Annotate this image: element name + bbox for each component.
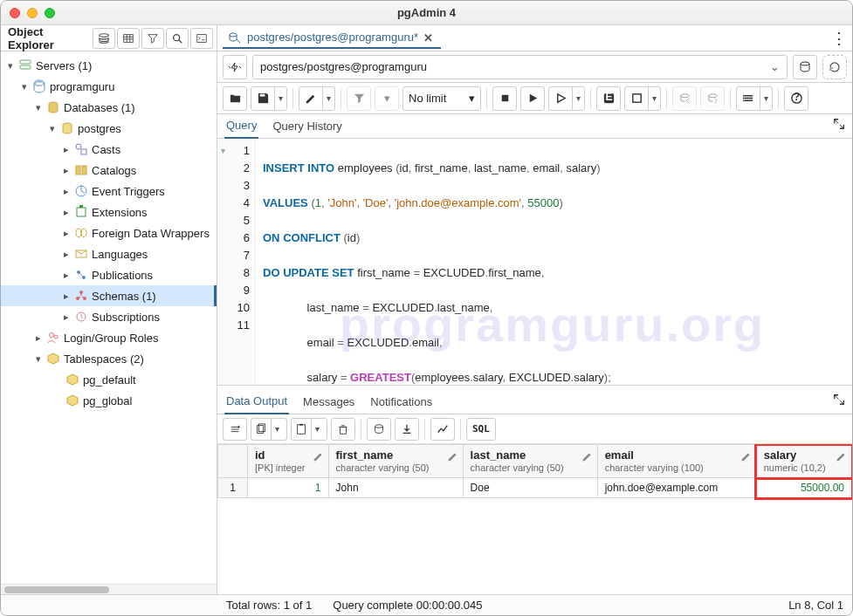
chevron-down-icon[interactable]: ▾ <box>271 419 283 440</box>
svg-rect-13 <box>77 208 86 216</box>
col-id[interactable]: id[PK] integer <box>248 445 329 478</box>
sidebar-h-scrollbar[interactable] <box>1 584 217 594</box>
add-row-button[interactable] <box>223 418 247 441</box>
col-first-name[interactable]: first_namecharacter varying (50) <box>328 445 463 478</box>
tree-catalogs[interactable]: ▸Catalogs <box>1 160 217 181</box>
col-salary[interactable]: salarynumeric (10,2) <box>756 445 851 478</box>
psql-terminal-icon[interactable] <box>190 28 213 49</box>
macros-button[interactable]: ▾ <box>736 86 773 111</box>
tree-login-roles[interactable]: ▸Login/Group Roles <box>1 327 217 348</box>
svg-rect-10 <box>76 166 80 175</box>
edit-button[interactable]: ▾ <box>299 86 335 111</box>
query-tool-icon[interactable] <box>93 28 115 49</box>
delete-row-button[interactable] <box>331 418 355 441</box>
chevron-down-icon[interactable]: ▾ <box>760 87 772 110</box>
chevron-down-icon[interactable]: ▾ <box>572 87 584 110</box>
help-button[interactable]: ? <box>784 86 808 111</box>
tree-fdw[interactable]: ▸Foreign Data Wrappers <box>1 222 217 243</box>
chevron-down-icon[interactable]: ▾ <box>648 87 660 110</box>
chevron-down-icon: ⌄ <box>770 60 780 73</box>
table-row[interactable]: 1 1 John Doe john.doe@example.com 55000.… <box>218 478 852 498</box>
stop-button[interactable] <box>492 86 517 111</box>
tree-pg-default[interactable]: pg_default <box>1 369 217 390</box>
edit-col-icon[interactable] <box>836 450 848 462</box>
edit-col-icon[interactable] <box>740 450 753 462</box>
tree-databases[interactable]: ▾Databases (1) <box>1 97 217 118</box>
server-group-icon <box>18 58 32 72</box>
save-data-button[interactable] <box>367 418 391 441</box>
tree-publications[interactable]: ▸Publications <box>1 264 217 285</box>
sql-editor[interactable]: 1234567891011 INSERT INTO employees (id,… <box>217 139 852 385</box>
tree-extensions[interactable]: ▸Extensions <box>1 202 217 222</box>
explain-analyze-button[interactable]: E <box>596 86 621 111</box>
connection-dropdown[interactable]: postgres/postgres@programguru ⌄ <box>252 55 788 79</box>
tree-pg-global[interactable]: pg_global <box>1 390 217 411</box>
close-tab-icon[interactable]: ✕ <box>423 31 436 44</box>
expand-output-icon[interactable] <box>833 394 845 406</box>
editor-tab[interactable]: postgres/postgres@programguru* ✕ <box>223 28 441 49</box>
edit-col-icon[interactable] <box>313 450 325 462</box>
tree-server[interactable]: ▾programguru <box>1 76 217 97</box>
col-email[interactable]: emailcharacter varying (100) <box>597 445 756 478</box>
edit-col-icon[interactable] <box>581 450 594 462</box>
svg-rect-28 <box>259 94 265 97</box>
tree-db-postgres[interactable]: ▾postgres <box>1 118 217 139</box>
execute-button[interactable] <box>520 86 545 111</box>
save-file-button[interactable]: ▾ <box>251 86 287 111</box>
tab-menu-icon[interactable]: ⋮ <box>831 29 847 48</box>
tablespaces-icon <box>46 352 60 366</box>
svg-point-33 <box>680 94 688 98</box>
svg-point-1 <box>174 34 180 40</box>
subscriptions-icon <box>74 310 88 324</box>
tab-data-output[interactable]: Data Output <box>224 389 289 414</box>
tree-event-triggers[interactable]: ▸Event Triggers <box>1 181 217 202</box>
status-rows: Total rows: 1 of 1 <box>226 599 312 612</box>
chevron-down-icon[interactable]: ▾ <box>311 419 323 440</box>
explain-button[interactable]: ▾ <box>548 86 585 111</box>
col-last-name[interactable]: last_namecharacter varying (50) <box>463 445 597 478</box>
extensions-icon <box>74 205 88 219</box>
search-objects-icon[interactable] <box>166 28 189 49</box>
tree-languages[interactable]: ▸Languages <box>1 243 217 264</box>
svg-rect-2 <box>197 34 207 42</box>
edit-col-icon[interactable] <box>447 450 459 462</box>
connection-status-icon[interactable] <box>223 55 247 79</box>
open-file-button[interactable] <box>223 86 247 111</box>
filter-rows-icon[interactable] <box>141 28 164 49</box>
svg-rect-14 <box>79 205 83 208</box>
tree-subscriptions[interactable]: ▸Subscriptions <box>1 306 217 327</box>
svg-rect-9 <box>81 149 86 154</box>
svg-text:E: E <box>605 92 612 103</box>
output-toolbar: ▾ ▾ SQL <box>217 414 852 444</box>
tree-tablespaces[interactable]: ▾Tablespaces (2) <box>1 348 217 369</box>
result-grid[interactable]: id[PK] integer first_namecharacter varyi… <box>217 444 852 594</box>
graph-visualiser-button[interactable] <box>430 418 455 441</box>
new-connection-icon[interactable] <box>793 55 817 79</box>
paste-button[interactable]: ▾ <box>291 418 327 441</box>
tree-schemas[interactable]: ▸Schemas (1) <box>1 285 217 306</box>
tab-notifications[interactable]: Notifications <box>368 390 434 414</box>
reset-layout-icon[interactable] <box>822 55 847 79</box>
tab-query-history[interactable]: Query History <box>271 114 343 138</box>
view-table-icon[interactable] <box>117 28 140 49</box>
svg-point-24 <box>50 333 54 338</box>
query-tool-tab-icon <box>228 31 242 44</box>
object-tree[interactable]: ▾Servers (1) ▾programguru ▾Databases (1)… <box>1 51 217 584</box>
editor-tabbar: postgres/postgres@programguru* ✕ ⋮ <box>217 25 852 51</box>
sql-button[interactable]: SQL <box>466 418 496 441</box>
tree-servers[interactable]: ▾Servers (1) <box>1 55 217 76</box>
status-cursor: Ln 8, Col 1 <box>788 599 843 612</box>
svg-point-16 <box>81 229 86 237</box>
tree-casts[interactable]: ▸Casts <box>1 139 217 160</box>
tab-messages[interactable]: Messages <box>301 390 356 414</box>
expand-editor-icon[interactable] <box>833 118 845 130</box>
copy-button[interactable]: ▾ <box>251 418 287 441</box>
svg-rect-0 <box>124 34 134 42</box>
chevron-down-icon[interactable]: ▾ <box>274 87 286 110</box>
svg-point-34 <box>708 94 716 98</box>
limit-dropdown[interactable]: No limit▾ <box>402 86 481 111</box>
download-button[interactable] <box>395 418 419 441</box>
tab-query[interactable]: Query <box>224 113 258 139</box>
commit-button[interactable]: ▾ <box>624 86 661 111</box>
chevron-down-icon[interactable]: ▾ <box>322 87 334 110</box>
